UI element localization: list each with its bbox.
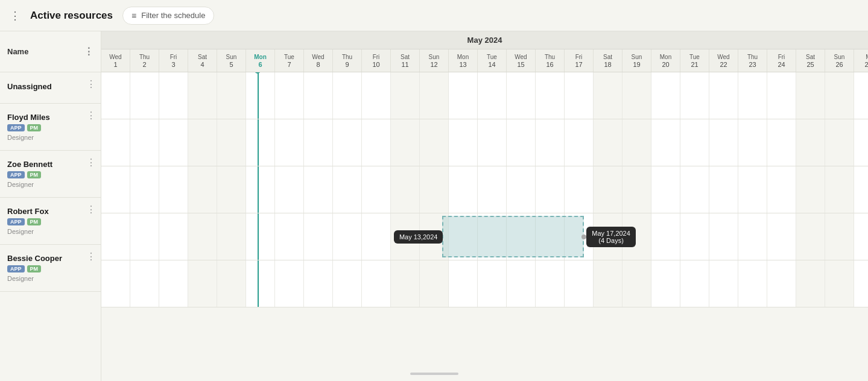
cell-robert-fox-27[interactable] [854,213,868,260]
cell-zoe-bennett-26[interactable] [825,166,854,213]
cell-unassigned-25[interactable] [796,72,825,119]
cell-robert-fox-20[interactable] [651,213,680,260]
cell-robert-fox-2[interactable] [130,213,159,260]
cell-unassigned-13[interactable] [449,72,478,119]
cell-zoe-bennett-14[interactable] [478,166,507,213]
cell-zoe-bennett-20[interactable] [651,166,680,213]
filter-bar[interactable]: ≡ Filter the schedule [122,7,214,25]
cell-unassigned-22[interactable] [709,72,738,119]
cell-zoe-bennett-3[interactable] [159,166,188,213]
cell-bessie-cooper-23[interactable] [738,260,767,307]
cell-floyd-miles-23[interactable] [738,119,767,166]
cell-bessie-cooper-2[interactable] [130,260,159,307]
cell-bessie-cooper-7[interactable] [275,260,304,307]
cell-robert-fox-23[interactable] [738,213,767,260]
cell-robert-fox-10[interactable] [362,213,391,260]
cell-floyd-miles-10[interactable] [362,119,391,166]
cell-robert-fox-9[interactable] [333,213,362,260]
cell-unassigned-4[interactable] [188,72,217,119]
cell-unassigned-18[interactable] [594,72,622,119]
cell-bessie-cooper-22[interactable] [709,260,738,307]
row-menu-bessie-cooper[interactable]: ⋮ [86,251,96,262]
cell-bessie-cooper-12[interactable] [420,260,449,307]
resize-handle[interactable] [581,235,586,239]
cell-floyd-miles-9[interactable] [333,119,362,166]
cell-zoe-bennett-9[interactable] [333,166,362,213]
cell-bessie-cooper-15[interactable] [507,260,536,307]
calendar-body[interactable]: May 13,2024May 17,2024(4 Days) [101,72,868,381]
cell-robert-fox-21[interactable] [680,213,709,260]
cell-floyd-miles-26[interactable] [825,119,854,166]
cell-floyd-miles-4[interactable] [188,119,217,166]
cell-floyd-miles-22[interactable] [709,119,738,166]
cell-zoe-bennett-13[interactable] [449,166,478,213]
cell-floyd-miles-5[interactable] [217,119,246,166]
cell-unassigned-10[interactable] [362,72,391,119]
cell-bessie-cooper-20[interactable] [651,260,680,307]
cell-floyd-miles-12[interactable] [420,119,449,166]
cell-unassigned-19[interactable] [622,72,651,119]
cell-robert-fox-24[interactable] [767,213,796,260]
cell-robert-fox-22[interactable] [709,213,738,260]
cell-bessie-cooper-9[interactable] [333,260,362,307]
cell-floyd-miles-7[interactable] [275,119,304,166]
cell-floyd-miles-27[interactable] [854,119,868,166]
row-menu-floyd-miles[interactable]: ⋮ [86,110,96,121]
cell-zoe-bennett-22[interactable] [709,166,738,213]
cell-zoe-bennett-16[interactable] [536,166,565,213]
cell-floyd-miles-16[interactable] [536,119,565,166]
cell-bessie-cooper-13[interactable] [449,260,478,307]
cell-floyd-miles-21[interactable] [680,119,709,166]
calendar-area[interactable]: May 2024 Wed1Thu2Fri3Sat4Sun5Mon6Tue7Wed… [101,31,868,381]
cell-unassigned-15[interactable] [507,72,536,119]
cell-unassigned-11[interactable] [391,72,420,119]
cell-bessie-cooper-10[interactable] [362,260,391,307]
cell-zoe-bennett-15[interactable] [507,166,536,213]
cell-bessie-cooper-6[interactable] [246,260,275,307]
cell-bessie-cooper-26[interactable] [825,260,854,307]
cell-floyd-miles-24[interactable] [767,119,796,166]
cell-zoe-bennett-11[interactable] [391,166,420,213]
cell-unassigned-24[interactable] [767,72,796,119]
cell-zoe-bennett-25[interactable] [796,166,825,213]
cell-robert-fox-25[interactable] [796,213,825,260]
cell-unassigned-23[interactable] [738,72,767,119]
cell-bessie-cooper-14[interactable] [478,260,507,307]
cell-bessie-cooper-18[interactable] [594,260,622,307]
cell-unassigned-20[interactable] [651,72,680,119]
row-menu-robert-fox[interactable]: ⋮ [86,204,96,215]
cell-floyd-miles-8[interactable] [304,119,333,166]
cell-zoe-bennett-8[interactable] [304,166,333,213]
cell-zoe-bennett-21[interactable] [680,166,709,213]
cell-floyd-miles-19[interactable] [622,119,651,166]
cell-bessie-cooper-19[interactable] [622,260,651,307]
cell-bessie-cooper-16[interactable] [536,260,565,307]
calendar-row-zoe-bennett[interactable] [101,166,868,213]
cell-unassigned-21[interactable] [680,72,709,119]
cell-zoe-bennett-4[interactable] [188,166,217,213]
cell-robert-fox-4[interactable] [188,213,217,260]
cell-bessie-cooper-25[interactable] [796,260,825,307]
cell-floyd-miles-3[interactable] [159,119,188,166]
cell-zoe-bennett-17[interactable] [565,166,594,213]
cell-unassigned-9[interactable] [333,72,362,119]
cell-floyd-miles-18[interactable] [594,119,622,166]
cell-unassigned-2[interactable] [130,72,159,119]
cell-floyd-miles-20[interactable] [651,119,680,166]
cell-floyd-miles-13[interactable] [449,119,478,166]
cell-floyd-miles-6[interactable] [246,119,275,166]
row-menu-unassigned[interactable]: ⋮ [86,78,96,90]
cell-unassigned-1[interactable] [101,72,130,119]
cell-unassigned-6[interactable] [246,72,275,119]
cell-unassigned-7[interactable] [275,72,304,119]
cell-unassigned-8[interactable] [304,72,333,119]
cell-bessie-cooper-11[interactable] [391,260,420,307]
cell-zoe-bennett-5[interactable] [217,166,246,213]
cell-floyd-miles-14[interactable] [478,119,507,166]
cell-robert-fox-8[interactable] [304,213,333,260]
cell-bessie-cooper-1[interactable] [101,260,130,307]
row-menu-zoe-bennett[interactable]: ⋮ [86,157,96,168]
calendar-row-unassigned[interactable] [101,72,868,119]
cell-floyd-miles-2[interactable] [130,119,159,166]
cell-bessie-cooper-4[interactable] [188,260,217,307]
